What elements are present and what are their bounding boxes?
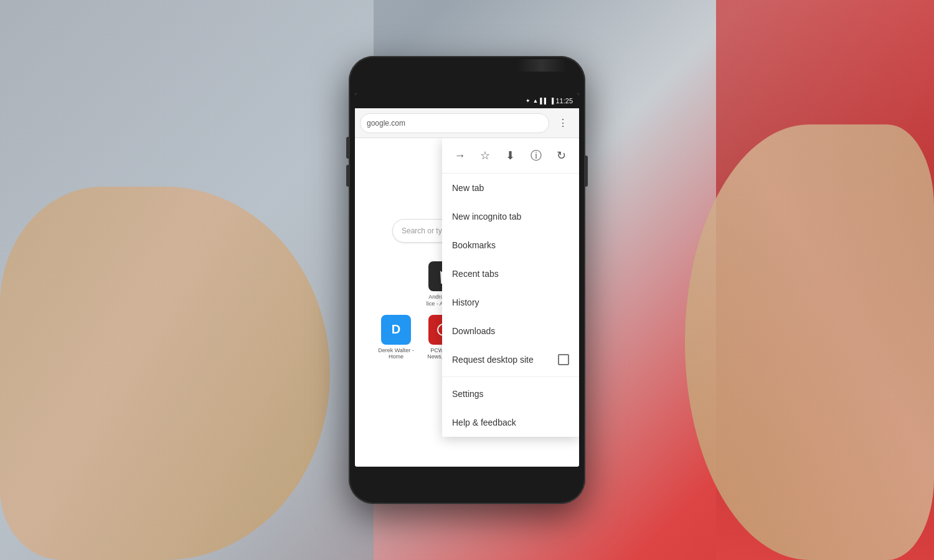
chrome-toolbar: google.com ⋮ [355,108,579,138]
request-desktop-checkbox[interactable] [558,354,569,365]
menu-item-request-desktop[interactable]: Request desktop site [442,345,579,374]
menu-item-downloads-label: Downloads [452,326,569,336]
power-button [585,156,588,187]
shortcut-label-derek: Derek Walter - Home [377,347,415,361]
menu-item-request-desktop-label: Request desktop site [452,355,558,365]
status-icons: ✦ ▲ ▌▌ ▐ 11:25 [526,97,573,105]
dropdown-menu: → ☆ ⬇ ⓘ ↻ New t [442,138,579,437]
shortcut-icon-derek: D [381,315,411,345]
phone-shell: ✦ ▲ ▌▌ ▐ 11:25 google.com ⋮ G [349,56,585,504]
volume-down-button [346,165,349,187]
menu-item-help-label: Help & feedback [452,418,569,427]
menu-item-history[interactable]: History [442,288,579,317]
menu-item-bookmarks[interactable]: Bookmarks [442,231,579,259]
refresh-icon: ↻ [557,149,566,162]
phone-notch [517,59,567,72]
menu-bookmark-button[interactable]: ☆ [475,146,495,166]
menu-item-help-feedback[interactable]: Help & feedback [442,408,579,437]
menu-item-new-tab-label: New tab [452,183,569,193]
right-hand-bg [685,124,934,560]
menu-refresh-button[interactable]: ↻ [552,146,572,166]
menu-item-history-label: History [452,297,569,307]
menu-item-incognito-label: New incognito tab [452,212,569,222]
menu-download-button[interactable]: ⬇ [501,146,521,166]
menu-item-recent-tabs[interactable]: Recent tabs [442,259,579,288]
forward-icon: → [454,149,465,162]
battery-icon: ▐ [550,98,554,104]
download-icon: ⬇ [506,149,515,162]
menu-divider [442,376,579,377]
signal-icon: ▌▌ [540,98,548,104]
left-hand-bg [0,187,330,560]
menu-item-bookmarks-label: Bookmarks [452,240,569,250]
volume-up-button [346,137,349,159]
address-bar[interactable]: google.com [360,113,549,133]
browser-content: G Search or type URL An [355,138,579,467]
menu-forward-button[interactable]: → [450,146,469,166]
star-icon: ☆ [480,149,490,162]
info-icon: ⓘ [531,148,542,163]
menu-toolbar-row: → ☆ ⬇ ⓘ ↻ [442,138,579,174]
menu-item-recent-tabs-label: Recent tabs [452,269,569,279]
status-bar: ✦ ▲ ▌▌ ▐ 11:25 [355,93,579,108]
menu-button[interactable]: ⋮ [552,112,574,134]
address-text: google.com [367,119,405,128]
status-time: 11:25 [555,97,573,105]
wifi-icon: ▲ [532,98,538,104]
menu-item-new-incognito-tab[interactable]: New incognito tab [442,202,579,231]
bluetooth-icon: ✦ [526,98,531,104]
menu-item-settings-label: Settings [452,389,569,399]
menu-info-button[interactable]: ⓘ [526,146,546,166]
menu-item-new-tab[interactable]: New tab [442,174,579,202]
phone-screen: ✦ ▲ ▌▌ ▐ 11:25 google.com ⋮ G [355,93,579,467]
shortcut-derek[interactable]: D Derek Walter - Home [377,315,415,361]
menu-item-settings[interactable]: Settings [442,380,579,408]
menu-item-downloads[interactable]: Downloads [442,317,579,345]
